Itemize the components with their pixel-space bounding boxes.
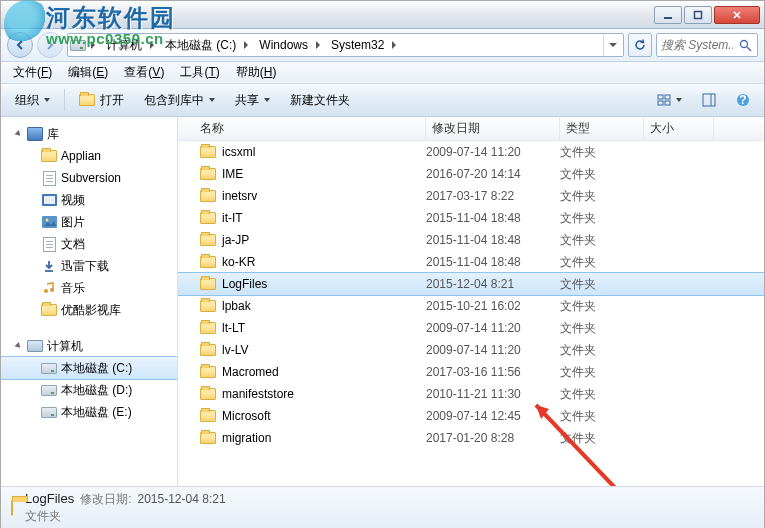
expand-icon xyxy=(13,341,23,351)
folder-icon xyxy=(200,408,216,424)
file-type: 文件夹 xyxy=(560,166,644,183)
menu-help[interactable]: 帮助(H) xyxy=(228,62,285,83)
chevron-down-icon xyxy=(264,98,270,102)
file-row[interactable]: manifeststore2010-11-21 11:30文件夹 xyxy=(178,383,764,405)
file-row[interactable]: IME2016-07-20 14:14文件夹 xyxy=(178,163,764,185)
file-row[interactable]: Macromed2017-03-16 11:56文件夹 xyxy=(178,361,764,383)
file-date: 2009-07-14 12:45 xyxy=(426,409,560,423)
file-date: 2009-07-14 11:20 xyxy=(426,343,560,357)
tree-node-documents[interactable]: 文档 xyxy=(1,233,177,255)
file-row[interactable]: Microsoft2009-07-14 12:45文件夹 xyxy=(178,405,764,427)
folder-icon xyxy=(200,210,216,226)
folder-open-icon xyxy=(79,92,95,108)
column-size[interactable]: 大小 xyxy=(644,117,714,140)
menu-tools[interactable]: 工具(T) xyxy=(172,62,227,83)
file-name: inetsrv xyxy=(222,189,257,203)
breadcrumb-sep[interactable] xyxy=(239,34,253,56)
tree-label: 计算机 xyxy=(47,338,83,355)
menu-edit[interactable]: 编辑(E) xyxy=(60,62,116,83)
breadcrumb-sep[interactable] xyxy=(311,34,325,56)
chevron-down-icon xyxy=(44,98,50,102)
file-type: 文件夹 xyxy=(560,276,644,293)
chevron-down-icon xyxy=(676,98,682,102)
file-date: 2015-11-04 18:48 xyxy=(426,211,560,225)
file-row[interactable]: lv-LV2009-07-14 11:20文件夹 xyxy=(178,339,764,361)
image-icon xyxy=(41,214,57,230)
refresh-button[interactable] xyxy=(628,33,652,57)
breadcrumb-drive-c[interactable]: 本地磁盘 (C:) xyxy=(159,34,239,56)
forward-button[interactable] xyxy=(37,32,63,58)
tree-label: 图片 xyxy=(61,214,85,231)
menu-view[interactable]: 查看(V) xyxy=(116,62,172,83)
breadcrumb-windows[interactable]: Windows xyxy=(253,34,311,56)
search-input[interactable] xyxy=(661,38,733,52)
column-date[interactable]: 修改日期 xyxy=(426,117,560,140)
tree-node-music[interactable]: 音乐 xyxy=(1,277,177,299)
tree-node-computer[interactable]: 计算机 xyxy=(1,335,177,357)
file-row[interactable]: LogFiles2015-12-04 8:21文件夹 xyxy=(178,273,764,295)
tree-node-video[interactable]: 视频 xyxy=(1,189,177,211)
file-row[interactable]: inetsrv2017-03-17 8:22文件夹 xyxy=(178,185,764,207)
breadcrumb-sep[interactable] xyxy=(145,34,159,56)
new-folder-button[interactable]: 新建文件夹 xyxy=(282,88,358,113)
chevron-down-icon xyxy=(209,98,215,102)
folder-icon xyxy=(200,232,216,248)
address-dropdown[interactable] xyxy=(603,34,621,56)
column-name[interactable]: 名称 xyxy=(178,117,426,140)
tree-label: 音乐 xyxy=(61,280,85,297)
video-icon xyxy=(41,192,57,208)
file-name: LogFiles xyxy=(222,277,267,291)
tree-node-subversion[interactable]: Subversion xyxy=(1,167,177,189)
tree-node-applian[interactable]: Applian xyxy=(1,145,177,167)
file-row[interactable]: it-IT2015-11-04 18:48文件夹 xyxy=(178,207,764,229)
address-bar[interactable]: 计算机 本地磁盘 (C:) Windows System32 xyxy=(67,33,624,57)
file-row[interactable]: migration2017-01-20 8:28文件夹 xyxy=(178,427,764,449)
expand-icon xyxy=(13,129,23,139)
titlebar xyxy=(1,1,764,29)
share-button[interactable]: 共享 xyxy=(227,88,278,113)
minimize-button[interactable] xyxy=(654,6,682,24)
tree-node-drive-d[interactable]: 本地磁盘 (D:) xyxy=(1,379,177,401)
tree-node-drive-e[interactable]: 本地磁盘 (E:) xyxy=(1,401,177,423)
svg-rect-1 xyxy=(695,11,702,18)
tree-node-drive-c[interactable]: 本地磁盘 (C:) xyxy=(1,357,177,379)
tree-libraries: 库 Applian Subversion 视频 图片 文档 迅雷下载 音乐 优酷… xyxy=(1,123,177,321)
file-row[interactable]: icsxml2009-07-14 11:20文件夹 xyxy=(178,141,764,163)
svg-point-20 xyxy=(50,288,54,292)
open-button[interactable]: 打开 xyxy=(71,88,132,113)
tree-node-pictures[interactable]: 图片 xyxy=(1,211,177,233)
drive-icon xyxy=(41,382,57,398)
file-type: 文件夹 xyxy=(560,386,644,403)
breadcrumb-system32[interactable]: System32 xyxy=(325,34,387,56)
help-button[interactable]: ? xyxy=(728,89,758,111)
tree-node-libraries[interactable]: 库 xyxy=(1,123,177,145)
menu-file[interactable]: 文件(F) xyxy=(5,62,60,83)
tree-label: Applian xyxy=(61,149,101,163)
view-options-button[interactable] xyxy=(649,89,690,111)
file-name: ja-JP xyxy=(222,233,249,247)
column-type[interactable]: 类型 xyxy=(560,117,644,140)
close-button[interactable] xyxy=(714,6,760,24)
search-box[interactable] xyxy=(656,33,758,57)
file-row[interactable]: ja-JP2015-11-04 18:48文件夹 xyxy=(178,229,764,251)
window-frame: 河东软件园 www.pc0359.cn 计算机 本地磁盘 (C:) Window… xyxy=(0,0,765,528)
tree-node-youku[interactable]: 优酷影视库 xyxy=(1,299,177,321)
tree-label: 本地磁盘 (E:) xyxy=(61,404,132,421)
organize-button[interactable]: 组织 xyxy=(7,88,58,113)
tree-node-xunlei[interactable]: 迅雷下载 xyxy=(1,255,177,277)
tree-label: 迅雷下载 xyxy=(61,258,109,275)
maximize-button[interactable] xyxy=(684,6,712,24)
folder-icon xyxy=(200,386,216,402)
back-button[interactable] xyxy=(7,32,33,58)
file-name: ko-KR xyxy=(222,255,255,269)
breadcrumb-root-sep[interactable] xyxy=(86,34,100,56)
breadcrumb-sep[interactable] xyxy=(387,34,401,56)
file-row[interactable]: lpbak2015-10-21 16:02文件夹 xyxy=(178,295,764,317)
tree-label: 优酷影视库 xyxy=(61,302,121,319)
breadcrumb-computer[interactable]: 计算机 xyxy=(100,34,145,56)
details-name: LogFiles xyxy=(25,491,74,506)
file-row[interactable]: lt-LT2009-07-14 11:20文件夹 xyxy=(178,317,764,339)
preview-pane-button[interactable] xyxy=(694,89,724,111)
file-row[interactable]: ko-KR2015-11-04 18:48文件夹 xyxy=(178,251,764,273)
include-library-button[interactable]: 包含到库中 xyxy=(136,88,223,113)
